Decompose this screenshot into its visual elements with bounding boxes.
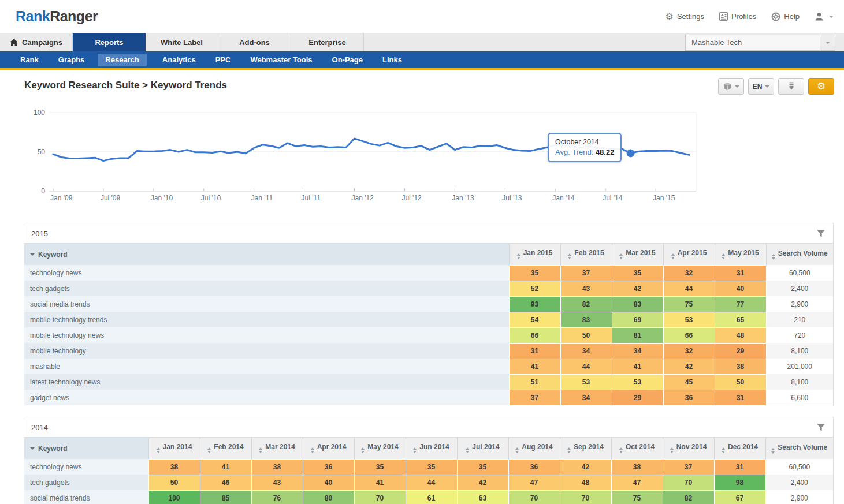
filter-icon[interactable] xyxy=(817,424,825,431)
column-header-feb-2015[interactable]: Feb 2015 xyxy=(560,244,612,265)
language-selector-button[interactable]: EN xyxy=(748,78,774,95)
trend-value-cell: 40 xyxy=(303,475,354,490)
trend-value-cell: 53 xyxy=(560,374,612,390)
column-header-feb-2014[interactable]: Feb 2014 xyxy=(200,438,251,459)
column-header-jun-2014[interactable]: Jun 2014 xyxy=(406,438,457,459)
brand-logo-rank: Rank xyxy=(16,8,50,24)
column-header-dec-2014[interactable]: Dec 2014 xyxy=(714,438,765,459)
profiles-label: Profiles xyxy=(731,12,756,21)
table-row: latest technology news51535345508,100 xyxy=(24,374,833,390)
trend-value-cell: 47 xyxy=(508,475,560,490)
y-axis-label: 0 xyxy=(41,187,45,195)
column-header-mar-2015[interactable]: Mar 2015 xyxy=(612,244,663,265)
main-navigation: CampaignsReportsWhite LabelAdd-onsEnterp… xyxy=(0,33,844,51)
trend-value-cell: 48 xyxy=(560,475,611,490)
tab-campaigns[interactable]: Campaigns xyxy=(0,33,73,51)
sort-icon xyxy=(722,253,725,259)
column-header-sep-2014[interactable]: Sep 2014 xyxy=(560,438,611,459)
column-header-jan-2015[interactable]: Jan 2015 xyxy=(509,244,560,265)
column-header-apr-2014[interactable]: Apr 2014 xyxy=(303,438,354,459)
subnav-item-research[interactable]: Research xyxy=(98,54,147,66)
column-header-mar-2014[interactable]: Mar 2014 xyxy=(251,438,303,459)
brand-logo[interactable]: RankRanger xyxy=(16,8,98,25)
column-header-keyword[interactable]: Keyword xyxy=(24,438,148,459)
trend-value-cell: 40 xyxy=(715,281,766,296)
tab-white-label[interactable]: White Label xyxy=(146,33,218,51)
settings-gear-button[interactable]: ⚙ xyxy=(808,78,834,95)
chevron-down-icon[interactable] xyxy=(820,35,835,50)
filter-icon[interactable] xyxy=(817,230,825,237)
trend-value-cell: 42 xyxy=(612,281,663,296)
profiles-button[interactable]: Profiles xyxy=(719,12,756,21)
table-row: social media trends100857680706163707075… xyxy=(24,490,833,504)
trend-value-cell: 50 xyxy=(560,327,612,343)
search-volume-cell: 8,100 xyxy=(766,343,833,359)
x-axis-label: Jan '14 xyxy=(552,194,575,202)
user-menu-button[interactable] xyxy=(815,12,834,21)
column-header-search-volume[interactable]: Search Volume xyxy=(765,438,833,459)
highlighted-data-point[interactable] xyxy=(627,149,635,157)
x-axis-label: Jul '14 xyxy=(603,194,623,202)
column-header-apr-2015[interactable]: Apr 2015 xyxy=(663,244,715,265)
profile-card-icon xyxy=(719,12,728,21)
column-header-keyword[interactable]: Keyword xyxy=(24,244,509,265)
subnav-item-ppc[interactable]: PPC xyxy=(206,51,241,68)
trend-value-cell: 52 xyxy=(509,281,560,296)
table-row: gadget news37342936316,600 xyxy=(24,390,833,405)
chart-tooltip: October 2014 Avg. Trend: 48.22 xyxy=(548,133,622,162)
sort-icon xyxy=(771,448,775,454)
help-label: Help xyxy=(784,12,800,21)
x-axis-label: Jan '12 xyxy=(352,194,374,202)
column-header-jan-2014[interactable]: Jan 2014 xyxy=(148,438,200,459)
column-header-may-2014[interactable]: May 2014 xyxy=(354,438,406,459)
keyword-table: KeywordJan 2015Feb 2015Mar 2015Apr 2015M… xyxy=(24,244,833,406)
trend-value-cell: 37 xyxy=(663,459,714,475)
column-header-oct-2014[interactable]: Oct 2014 xyxy=(611,438,663,459)
settings-button[interactable]: ⚙Settings xyxy=(665,12,704,21)
help-button[interactable]: Help xyxy=(771,12,800,21)
trend-value-cell: 34 xyxy=(612,343,663,359)
trend-value-cell: 76 xyxy=(251,490,303,504)
subnav-item-links[interactable]: Links xyxy=(373,51,412,68)
export-menu-button[interactable] xyxy=(718,78,744,95)
tab-add-ons[interactable]: Add-ons xyxy=(218,33,291,51)
search-volume-cell: 60,500 xyxy=(765,459,833,475)
trend-value-cell: 83 xyxy=(560,312,612,327)
tab-enterprise[interactable]: Enterprise xyxy=(291,33,364,51)
sort-icon xyxy=(517,253,520,259)
x-axis-label: Jul '10 xyxy=(201,194,221,202)
download-report-button[interactable] xyxy=(778,78,804,95)
trend-chart: Jan '09Jul '09Jan '10Jul '10Jan '11Jul '… xyxy=(0,107,722,211)
app-window: RankRanger ⚙SettingsProfilesHelp Campaig… xyxy=(0,0,844,504)
sort-icon xyxy=(568,253,571,259)
search-volume-cell: 720 xyxy=(766,327,833,343)
keyword-cell: technology news xyxy=(24,265,509,281)
trend-value-cell: 82 xyxy=(663,490,714,504)
column-header-search-volume[interactable]: Search Volume xyxy=(766,244,833,265)
trend-value-cell: 44 xyxy=(663,281,715,296)
keyword-trends-table-2015: 2015KeywordJan 2015Feb 2015Mar 2015Apr 2… xyxy=(24,223,834,406)
trend-value-cell: 36 xyxy=(508,459,560,475)
column-header-nov-2014[interactable]: Nov 2014 xyxy=(663,438,714,459)
tab-reports[interactable]: Reports xyxy=(73,33,146,51)
trend-value-cell: 37 xyxy=(509,390,560,405)
trend-value-cell: 100 xyxy=(148,490,200,504)
subnav-item-analytics[interactable]: Analytics xyxy=(153,51,206,68)
tooltip-value: 48.22 xyxy=(596,148,615,156)
trend-value-cell: 41 xyxy=(354,475,406,490)
subnav-item-on-page[interactable]: On-Page xyxy=(322,51,373,68)
trend-value-cell: 67 xyxy=(714,490,765,504)
column-header-may-2015[interactable]: May 2015 xyxy=(715,244,766,265)
campaign-selector[interactable]: Mashable Tech xyxy=(685,35,835,51)
subnav-item-graphs[interactable]: Graphs xyxy=(49,51,95,68)
column-header-jul-2014[interactable]: Jul 2014 xyxy=(457,438,508,459)
keyword-cell: tech gadgets xyxy=(24,475,148,490)
trend-value-cell: 93 xyxy=(509,296,560,312)
trend-value-cell: 35 xyxy=(457,459,508,475)
sort-desc-icon xyxy=(30,447,35,450)
subnav-item-webmaster-tools[interactable]: Webmaster Tools xyxy=(240,51,322,68)
user-icon xyxy=(815,12,824,21)
column-header-aug-2014[interactable]: Aug 2014 xyxy=(508,438,560,459)
subnav-item-rank[interactable]: Rank xyxy=(10,51,49,68)
trend-value-cell: 70 xyxy=(508,490,560,504)
